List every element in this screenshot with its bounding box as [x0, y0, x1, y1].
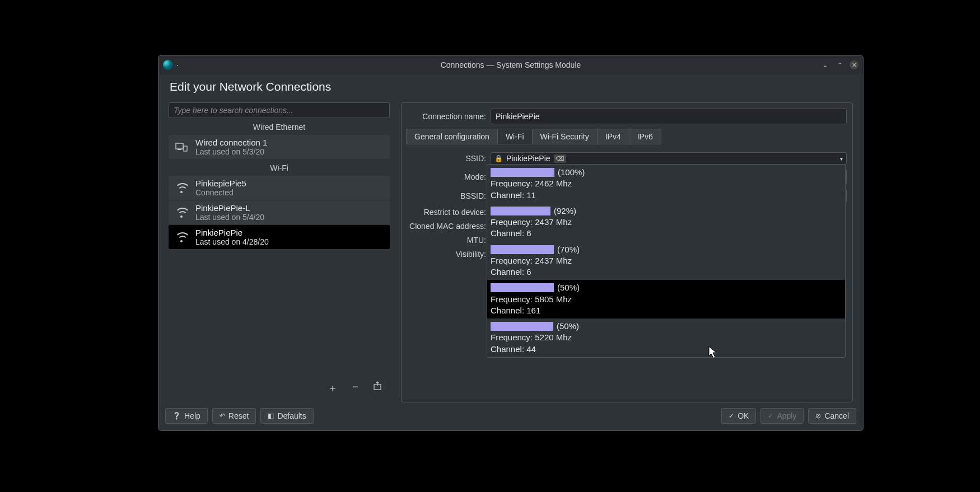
defaults-label: Defaults — [277, 411, 306, 420]
settings-window: · Connections — System Settings Module ⌄… — [158, 55, 864, 431]
window-title: Connections — System Settings Module — [441, 60, 581, 69]
channel-label: Channel: 11 — [491, 190, 842, 201]
signal-percent: (70%) — [557, 244, 580, 255]
bssid-option[interactable]: (92%)Frequency: 2437 MhzChannel: 6 — [487, 203, 845, 242]
connection-item-wifi[interactable]: PinkiePiePie-L Last used on 5/4/20 — [169, 200, 390, 224]
tab-bar: General configuration Wi-Fi Wi-Fi Securi… — [406, 129, 847, 144]
connection-item-wifi[interactable]: PinkiepiePie5 Connected — [169, 176, 390, 200]
lock-icon: 🔒 — [494, 154, 503, 162]
section-wifi: Wi-Fi — [169, 159, 390, 176]
add-connection-button[interactable]: ＋ — [328, 381, 338, 395]
bssid-option[interactable]: (50%)Frequency: 5220 MhzChannel: 44 — [487, 318, 845, 357]
ok-label: OK — [738, 411, 749, 420]
help-label: Help — [184, 411, 200, 420]
titlebar: · Connections — System Settings Module ⌄… — [158, 55, 863, 74]
chevron-down-icon[interactable]: ▾ — [840, 156, 843, 162]
globe-icon — [163, 60, 173, 70]
svg-rect-0 — [176, 143, 183, 149]
redacted-value — [491, 283, 554, 292]
apply-button[interactable]: ✓ Apply — [760, 408, 804, 424]
connection-status: Last used on 5/4/20 — [195, 213, 264, 222]
reset-button[interactable]: ↶ Reset — [212, 408, 256, 424]
signal-percent: (50%) — [557, 282, 580, 293]
export-connection-button[interactable] — [373, 381, 382, 395]
redacted-value — [491, 322, 553, 331]
svg-rect-2 — [184, 146, 187, 151]
tab-general[interactable]: General configuration — [406, 129, 497, 144]
help-button[interactable]: ❔ Help — [165, 408, 208, 424]
check-icon: ✓ — [729, 412, 734, 420]
ssid-label: SSID: — [405, 154, 486, 163]
bssid-label: BSSID: — [405, 191, 486, 200]
connection-name-input[interactable] — [491, 109, 847, 124]
cancel-icon: ⊘ — [815, 412, 821, 420]
tab-wifi-security[interactable]: Wi-Fi Security — [532, 129, 597, 144]
page-title: Edit your Network Connections — [158, 74, 863, 97]
defaults-icon: ◧ — [268, 412, 274, 420]
remove-connection-button[interactable]: − — [352, 381, 358, 395]
connection-name: PinkiePiePie — [195, 228, 269, 237]
minimize-button[interactable]: ⌄ — [820, 60, 829, 69]
mtu-label: MTU: — [405, 236, 486, 245]
help-icon: ❔ — [172, 412, 181, 420]
tab-wifi[interactable]: Wi-Fi — [497, 129, 532, 144]
tab-ipv4[interactable]: IPv4 — [597, 129, 629, 144]
connection-name: PinkiePiePie-L — [195, 203, 264, 213]
check-icon: ✓ — [768, 412, 773, 420]
action-bar: ❔ Help ↶ Reset ◧ Defaults ✓ OK ✓ Apply ⊘… — [158, 402, 863, 430]
bssid-option[interactable]: (50%)Frequency: 5805 MhzChannel: 161 — [487, 280, 845, 318]
connection-status: Last used on 4/28/20 — [195, 237, 269, 246]
bssid-option[interactable]: (70%)Frequency: 2437 MhzChannel: 6 — [487, 242, 845, 280]
connection-editor: Connection name: General configuration W… — [401, 102, 853, 402]
search-input[interactable] — [169, 102, 390, 118]
frequency-label: Frequency: 5805 Mhz — [491, 294, 842, 305]
wifi-icon — [174, 205, 189, 220]
connections-sidebar: Wired Ethernet Wired connection 1 Last u… — [169, 102, 390, 402]
section-wired: Wired Ethernet — [169, 118, 390, 135]
close-button[interactable]: ✕ — [850, 60, 858, 69]
tab-ipv6[interactable]: IPv6 — [629, 129, 661, 144]
connection-status: Connected — [195, 188, 246, 197]
connection-name: PinkiepiePie5 — [195, 179, 246, 188]
clear-icon[interactable]: ⌫ — [554, 154, 566, 163]
connection-name-label: Connection name: — [405, 112, 486, 121]
svg-rect-1 — [178, 149, 181, 150]
connection-status: Last used on 5/3/20 — [195, 147, 267, 156]
reset-label: Reset — [228, 411, 249, 420]
ethernet-icon — [174, 140, 189, 154]
bssid-dropdown[interactable]: (100%)Frequency: 2462 MhzChannel: 11(92%… — [487, 164, 846, 358]
redacted-value — [491, 245, 554, 254]
cancel-button[interactable]: ⊘ Cancel — [808, 408, 856, 424]
connection-item-wifi-selected[interactable]: PinkiePiePie Last used on 4/28/20 — [169, 225, 390, 249]
apply-label: Apply — [777, 411, 796, 420]
connection-name: Wired connection 1 — [195, 138, 267, 147]
cloned-mac-label: Cloned MAC address: — [405, 222, 486, 231]
redacted-value — [491, 168, 554, 177]
restrict-label: Restrict to device: — [405, 208, 486, 217]
undo-icon: ↶ — [220, 412, 225, 420]
ssid-field[interactable]: 🔒 PinkiePiePie ⌫ ▾ — [491, 152, 847, 165]
channel-label: Channel: 6 — [491, 266, 842, 278]
visibility-label: Visibility: — [405, 250, 486, 259]
redacted-value — [491, 207, 550, 215]
ok-button[interactable]: ✓ OK — [721, 408, 756, 424]
mode-label: Mode: — [405, 172, 486, 181]
bssid-option[interactable]: (100%)Frequency: 2462 MhzChannel: 11 — [487, 165, 845, 203]
titlebar-marker: · — [176, 60, 179, 69]
wifi-icon — [174, 181, 189, 195]
signal-percent: (100%) — [558, 167, 585, 178]
connection-item-wired[interactable]: Wired connection 1 Last used on 5/3/20 — [169, 135, 390, 159]
channel-label: Channel: 44 — [491, 344, 842, 355]
wifi-icon — [174, 230, 189, 245]
ssid-value: PinkiePiePie — [506, 154, 550, 163]
frequency-label: Frequency: 2437 Mhz — [491, 255, 842, 266]
cancel-label: Cancel — [824, 411, 849, 420]
defaults-button[interactable]: ◧ Defaults — [260, 408, 313, 424]
frequency-label: Frequency: 5220 Mhz — [491, 332, 842, 343]
maximize-button[interactable]: ⌃ — [835, 60, 844, 69]
frequency-label: Frequency: 2437 Mhz — [491, 217, 842, 228]
channel-label: Channel: 6 — [491, 228, 842, 239]
channel-label: Channel: 161 — [491, 305, 842, 316]
signal-percent: (50%) — [557, 321, 579, 332]
connection-actions-bar: ＋ − — [169, 376, 390, 402]
